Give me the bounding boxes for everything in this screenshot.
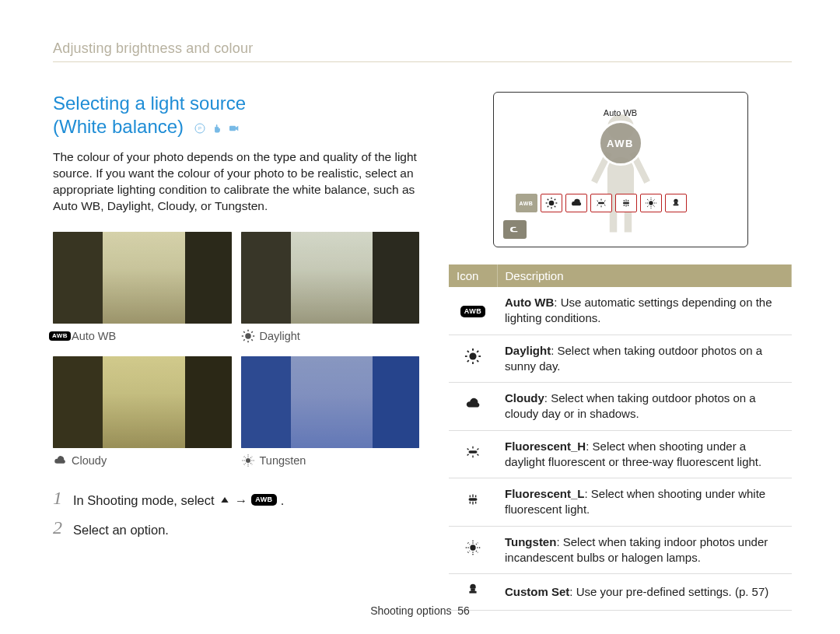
cloudy-icon [53, 455, 67, 466]
sample-photo [53, 356, 232, 448]
awb-icon: AWB [464, 304, 481, 320]
row-bold: Auto WB [505, 296, 554, 309]
tungsten-icon [241, 455, 255, 466]
featured-wb-circle: AWB [598, 121, 643, 166]
daylight-icon [241, 331, 255, 342]
breadcrumb: Adjusting brightness and colour [53, 40, 792, 62]
table-row: Tungsten: Select when taking indoor phot… [449, 526, 792, 574]
sample-photo [241, 232, 420, 324]
wb-chip-daylight[interactable] [541, 194, 562, 212]
step-text: Select an option. [73, 521, 169, 538]
sample-tungsten: Tungsten [241, 356, 420, 467]
footer-section: Shooting options [370, 604, 451, 617]
step-1: 1 In Shooting mode, select → AWB. [53, 489, 419, 509]
featured-wb-label: Auto WB [598, 108, 643, 117]
sample-grid: AWBAuto WB Daylight Cloudy Tungsten [53, 232, 419, 467]
wb-chip-tungsten[interactable] [640, 194, 662, 212]
step-number: 1 [53, 489, 62, 507]
mode-program-icon [194, 122, 206, 135]
icon-description-table: Icon Description AWB Auto WB: Use automa… [449, 264, 792, 611]
heading-line-1: Selecting a light source [53, 93, 246, 114]
tungsten-icon [464, 540, 481, 555]
section-heading: Selecting a light source (White balance) [53, 92, 419, 138]
table-row: AWB Auto WB: Use automatic settings depe… [449, 287, 792, 335]
featured-wb-code: AWB [607, 138, 634, 149]
footer-page-number: 56 [457, 604, 470, 617]
step-text: In Shooting mode, select [73, 492, 215, 509]
sample-photo [241, 356, 420, 448]
row-bold: Daylight [505, 344, 551, 357]
sample-auto-wb: AWBAuto WB [53, 232, 232, 342]
sample-cloudy: Cloudy [53, 356, 232, 467]
fluorescent-l-icon [464, 492, 481, 507]
th-description: Description [497, 264, 792, 287]
custom-icon [464, 582, 481, 597]
daylight-icon [464, 349, 481, 364]
left-column: Selecting a light source (White balance)… [53, 92, 419, 611]
page-footer: Shooting options 56 [0, 604, 840, 617]
mode-video-icon [228, 122, 240, 135]
camera-display: Auto WB AWB AWB [493, 92, 748, 247]
mode-icons [194, 122, 240, 135]
table-row: Fluorescent_H: Select when shooting unde… [449, 430, 792, 478]
right-column: Auto WB AWB AWB [449, 92, 792, 611]
sample-label: Tungsten [260, 454, 306, 467]
row-desc: : Use your pre-defined settings. (p. 57) [569, 585, 768, 598]
sample-label: Cloudy [72, 454, 107, 467]
sample-photo [53, 232, 232, 324]
row-bold: Cloudy [505, 391, 544, 405]
up-triangle-icon [219, 495, 231, 506]
row-bold: Fluorescent_H [505, 440, 586, 453]
sample-label: Daylight [260, 330, 300, 342]
sample-daylight: Daylight [241, 232, 420, 342]
featured-wb: Auto WB AWB [598, 108, 643, 166]
wb-chip-custom[interactable] [665, 194, 687, 212]
row-bold: Fluorescent_L [505, 487, 585, 500]
table-row: Daylight: Select when taking outdoor pho… [449, 335, 792, 383]
th-icon: Icon [449, 264, 497, 287]
wb-option-strip: AWB [516, 194, 687, 212]
period: . [281, 492, 285, 509]
awb-icon: AWB [53, 331, 67, 342]
back-button[interactable] [503, 220, 527, 239]
sample-label: Auto WB [72, 330, 116, 342]
wb-chip-cloudy[interactable] [565, 194, 587, 212]
wb-chip-awb[interactable]: AWB [516, 194, 537, 212]
steps-list: 1 In Shooting mode, select → AWB. 2 Sele… [53, 489, 419, 539]
table-row: Fluorescent_L: Select when shooting unde… [449, 478, 792, 527]
mode-dual-is-icon [211, 122, 223, 135]
fluorescent-h-icon [464, 444, 481, 460]
arrow: → [235, 492, 248, 509]
wb-chip-fluor-l[interactable] [615, 194, 637, 212]
table-row: Cloudy: Select when taking outdoor photo… [449, 383, 792, 431]
step-number: 2 [53, 518, 62, 537]
wb-chip-fluor-h[interactable] [590, 194, 612, 212]
awb-icon: AWB [251, 494, 277, 506]
back-icon [509, 224, 521, 235]
row-bold: Tungsten [505, 535, 556, 548]
row-bold: Custom Set [505, 585, 569, 598]
step-2: 2 Select an option. [53, 518, 419, 538]
heading-line-2: (White balance) [53, 116, 184, 137]
cloudy-icon [464, 396, 481, 412]
intro-paragraph: The colour of your photo depends on the … [53, 149, 419, 215]
